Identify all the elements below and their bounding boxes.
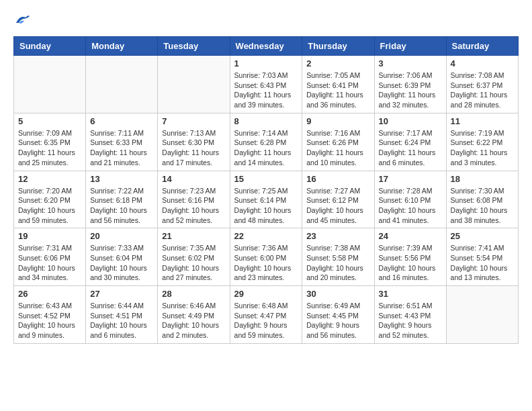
day-info: Sunrise: 7:17 AMSunset: 6:24 PMDaylight:… [379,128,442,168]
page-header [13,13,519,26]
day-info: Sunrise: 7:23 AMSunset: 6:16 PMDaylight:… [162,186,225,226]
day-info: Sunrise: 7:27 AMSunset: 6:12 PMDaylight:… [306,186,369,226]
calendar-week-5: 26Sunrise: 6:43 AMSunset: 4:52 PMDayligh… [14,286,519,344]
calendar-cell: 19Sunrise: 7:31 AMSunset: 6:06 PMDayligh… [14,228,86,286]
calendar-table: SundayMondayTuesdayWednesdayThursdayFrid… [13,36,519,344]
calendar-cell: 5Sunrise: 7:09 AMSunset: 6:35 PMDaylight… [14,113,86,171]
calendar-header-tuesday: Tuesday [158,37,230,56]
day-info: Sunrise: 7:39 AMSunset: 5:56 PMDaylight:… [379,243,442,283]
calendar-cell: 3Sunrise: 7:06 AMSunset: 6:39 PMDaylight… [374,56,446,113]
day-info: Sunrise: 7:30 AMSunset: 6:08 PMDaylight:… [451,186,514,226]
day-info: Sunrise: 7:09 AMSunset: 6:35 PMDaylight:… [18,128,81,168]
calendar-header-thursday: Thursday [302,37,374,56]
day-number: 25 [451,231,514,241]
day-number: 16 [306,174,369,184]
calendar-cell: 6Sunrise: 7:11 AMSunset: 6:33 PMDaylight… [86,113,158,171]
day-number: 24 [379,231,442,241]
calendar-cell: 22Sunrise: 7:36 AMSunset: 6:00 PMDayligh… [230,228,302,286]
day-info: Sunrise: 7:36 AMSunset: 6:00 PMDaylight:… [234,243,298,283]
calendar-week-3: 12Sunrise: 7:20 AMSunset: 6:20 PMDayligh… [14,171,519,228]
day-info: Sunrise: 6:46 AMSunset: 4:49 PMDaylight:… [162,301,225,340]
day-info: Sunrise: 7:22 AMSunset: 6:18 PMDaylight:… [90,186,153,226]
day-number: 12 [18,174,81,184]
calendar-header-sunday: Sunday [14,37,86,56]
day-info: Sunrise: 6:43 AMSunset: 4:52 PMDaylight:… [18,301,81,340]
day-info: Sunrise: 7:05 AMSunset: 6:41 PMDaylight:… [306,71,369,110]
day-number: 5 [18,116,81,126]
calendar-cell: 12Sunrise: 7:20 AMSunset: 6:20 PMDayligh… [14,171,86,228]
day-number: 6 [90,116,153,126]
day-number: 30 [306,289,369,299]
day-info: Sunrise: 7:08 AMSunset: 6:37 PMDaylight:… [451,71,514,110]
day-number: 10 [379,116,442,126]
calendar-cell: 18Sunrise: 7:30 AMSunset: 6:08 PMDayligh… [446,171,518,228]
calendar-cell: 16Sunrise: 7:27 AMSunset: 6:12 PMDayligh… [302,171,374,228]
calendar-cell: 7Sunrise: 7:13 AMSunset: 6:30 PMDaylight… [158,113,230,171]
calendar-cell: 17Sunrise: 7:28 AMSunset: 6:10 PMDayligh… [374,171,446,228]
calendar-week-4: 19Sunrise: 7:31 AMSunset: 6:06 PMDayligh… [14,228,519,286]
calendar-cell: 11Sunrise: 7:19 AMSunset: 6:22 PMDayligh… [446,113,518,171]
day-number: 29 [234,289,298,299]
calendar-cell: 9Sunrise: 7:16 AMSunset: 6:26 PMDaylight… [302,113,374,171]
day-info: Sunrise: 7:06 AMSunset: 6:39 PMDaylight:… [379,71,442,110]
calendar-cell: 20Sunrise: 7:33 AMSunset: 6:04 PMDayligh… [86,228,158,286]
day-number: 26 [18,289,81,299]
day-number: 17 [379,174,442,184]
calendar-header-row: SundayMondayTuesdayWednesdayThursdayFrid… [14,37,519,56]
day-info: Sunrise: 7:35 AMSunset: 6:02 PMDaylight:… [162,243,225,283]
day-info: Sunrise: 7:11 AMSunset: 6:33 PMDaylight:… [90,128,153,168]
day-info: Sunrise: 7:25 AMSunset: 6:14 PMDaylight:… [234,186,298,226]
day-info: Sunrise: 7:19 AMSunset: 6:22 PMDaylight:… [451,128,514,168]
logo [13,13,31,26]
day-number: 23 [306,231,369,241]
day-info: Sunrise: 7:41 AMSunset: 5:54 PMDaylight:… [451,243,514,283]
calendar-header-wednesday: Wednesday [230,37,302,56]
calendar-header-monday: Monday [86,37,158,56]
logo-bird-icon [15,13,31,26]
day-info: Sunrise: 7:33 AMSunset: 6:04 PMDaylight:… [90,243,153,283]
day-number: 20 [90,231,153,241]
day-info: Sunrise: 7:16 AMSunset: 6:26 PMDaylight:… [306,128,369,168]
day-info: Sunrise: 7:38 AMSunset: 5:58 PMDaylight:… [306,243,369,283]
calendar-cell: 23Sunrise: 7:38 AMSunset: 5:58 PMDayligh… [302,228,374,286]
day-number: 28 [162,289,225,299]
day-number: 3 [379,58,442,68]
day-info: Sunrise: 6:51 AMSunset: 4:43 PMDaylight:… [379,301,442,340]
calendar-cell: 25Sunrise: 7:41 AMSunset: 5:54 PMDayligh… [446,228,518,286]
day-info: Sunrise: 7:03 AMSunset: 6:43 PMDaylight:… [234,71,298,110]
day-number: 18 [451,174,514,184]
day-number: 7 [162,116,225,126]
calendar-cell: 31Sunrise: 6:51 AMSunset: 4:43 PMDayligh… [374,286,446,344]
calendar-week-1: 1Sunrise: 7:03 AMSunset: 6:43 PMDaylight… [14,56,519,113]
calendar-week-2: 5Sunrise: 7:09 AMSunset: 6:35 PMDaylight… [14,113,519,171]
calendar-cell: 10Sunrise: 7:17 AMSunset: 6:24 PMDayligh… [374,113,446,171]
calendar-cell: 14Sunrise: 7:23 AMSunset: 6:16 PMDayligh… [158,171,230,228]
calendar-cell: 13Sunrise: 7:22 AMSunset: 6:18 PMDayligh… [86,171,158,228]
calendar-cell [158,56,230,113]
day-info: Sunrise: 6:44 AMSunset: 4:51 PMDaylight:… [90,301,153,340]
calendar-cell: 27Sunrise: 6:44 AMSunset: 4:51 PMDayligh… [86,286,158,344]
day-number: 14 [162,174,225,184]
calendar-cell: 24Sunrise: 7:39 AMSunset: 5:56 PMDayligh… [374,228,446,286]
day-number: 4 [451,58,514,68]
day-number: 1 [234,58,298,68]
calendar-cell: 2Sunrise: 7:05 AMSunset: 6:41 PMDaylight… [302,56,374,113]
day-info: Sunrise: 7:13 AMSunset: 6:30 PMDaylight:… [162,128,225,168]
calendar-cell: 29Sunrise: 6:48 AMSunset: 4:47 PMDayligh… [230,286,302,344]
calendar-cell: 1Sunrise: 7:03 AMSunset: 6:43 PMDaylight… [230,56,302,113]
calendar-cell [14,56,86,113]
calendar-cell [86,56,158,113]
day-number: 19 [18,231,81,241]
day-number: 9 [306,116,369,126]
day-number: 22 [234,231,298,241]
calendar-cell: 8Sunrise: 7:14 AMSunset: 6:28 PMDaylight… [230,113,302,171]
day-number: 2 [306,58,369,68]
calendar-header-friday: Friday [374,37,446,56]
day-info: Sunrise: 6:48 AMSunset: 4:47 PMDaylight:… [234,301,298,340]
day-number: 11 [451,116,514,126]
day-number: 13 [90,174,153,184]
day-info: Sunrise: 6:49 AMSunset: 4:45 PMDaylight:… [306,301,369,340]
day-number: 31 [379,289,442,299]
day-info: Sunrise: 7:14 AMSunset: 6:28 PMDaylight:… [234,128,298,168]
day-number: 15 [234,174,298,184]
